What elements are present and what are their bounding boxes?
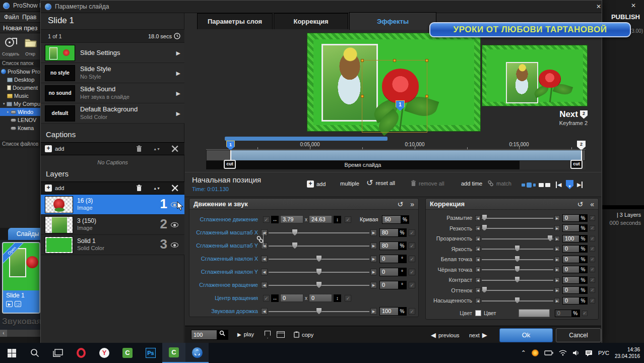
smooth-motion-x-input[interactable]: 3.79 <box>280 215 303 223</box>
scroll-left-icon[interactable]: ‹ <box>0 330 7 337</box>
slide-style-row[interactable]: no style Slide Style No Style ▶ <box>41 63 184 83</box>
smooth-zoom-y-increment-icon[interactable]: ▶ <box>370 243 377 249</box>
sort-icon[interactable]: ▲▼ <box>153 148 160 150</box>
smooth-zoom-x-number[interactable]: 80 <box>380 229 398 236</box>
trash-icon[interactable] <box>136 145 142 152</box>
soundtrack-increment-icon[interactable]: ▶ <box>370 308 377 315</box>
slide-thumbnail[interactable]: Open Slide 1 ▶❏ <box>2 242 40 314</box>
preview-canvas[interactable]: 1 <box>307 33 481 132</box>
slide-time-bar[interactable]: Время слайда <box>206 161 586 169</box>
rotation-center-y-lock-checkbox[interactable]: ✓ <box>345 295 351 301</box>
hue-value[interactable]: 0% <box>562 286 588 294</box>
smooth-tilt-x-decrement-icon[interactable]: ◀ <box>261 256 268 262</box>
language-indicator[interactable]: РУС <box>598 350 609 356</box>
zoom-value[interactable]: 100 <box>191 330 217 339</box>
brightness-decrement-icon[interactable]: ◀ <box>475 246 481 252</box>
magnifier-icon[interactable] <box>219 330 225 336</box>
black-point-number[interactable]: 0 <box>563 266 579 273</box>
black-point-increment-icon[interactable]: ▶ <box>554 267 560 272</box>
add-caption-icon[interactable]: + <box>45 145 52 152</box>
brightness-number[interactable]: 0 <box>563 246 579 252</box>
photoshop-button[interactable]: Ps <box>139 343 162 363</box>
resize-handle[interactable] <box>425 95 428 98</box>
yandex-button[interactable]: Y <box>93 343 116 363</box>
add-layer-label[interactable]: add <box>55 185 64 191</box>
sharpen-decrement-icon[interactable]: ◀ <box>475 225 481 231</box>
smooth-rotation-value[interactable]: 0° <box>379 281 407 289</box>
smooth-motion-curve-number[interactable]: 50 <box>382 216 401 223</box>
tab-effects[interactable]: Эффекты <box>349 12 436 30</box>
cut-right-button[interactable]: cut <box>570 160 583 169</box>
white-point-number[interactable]: 0 <box>563 256 579 263</box>
open-folder-icon[interactable] <box>24 36 37 48</box>
soundtrack-number[interactable]: 100 <box>380 308 398 315</box>
tree-item-desktop[interactable]: Desktop <box>0 76 40 84</box>
black-point-checkbox[interactable]: ✓ <box>590 267 595 272</box>
menu-edit[interactable]: Прав <box>22 14 36 21</box>
smooth-motion-x-lock-checkbox[interactable]: ✓ <box>263 216 270 223</box>
hue-slider-thumb[interactable] <box>482 286 487 293</box>
slide-play-icon[interactable]: ▶ <box>6 301 13 307</box>
smooth-zoom-x-increment-icon[interactable]: ▶ <box>370 229 377 236</box>
blur-value[interactable]: 0% <box>562 214 588 222</box>
white-point-checkbox[interactable]: ✓ <box>590 257 595 262</box>
brightness-checkbox[interactable]: ✓ <box>590 246 595 252</box>
contrast-decrement-icon[interactable]: ◀ <box>475 277 481 283</box>
blur-number[interactable]: 0 <box>563 215 579 221</box>
color-value[interactable]: 0% <box>555 310 580 317</box>
blur-slider[interactable] <box>482 214 553 222</box>
cancel-button[interactable]: Cancel <box>556 328 601 342</box>
smooth-tilt-x-slider-thumb[interactable] <box>316 255 322 262</box>
color-value-checkbox[interactable]: ✓ <box>582 311 588 316</box>
smooth-zoom-y-number[interactable]: 80 <box>380 242 398 250</box>
previous-button[interactable]: ◀previous <box>431 331 460 339</box>
contrast-value[interactable]: 0% <box>562 276 588 284</box>
resize-handle[interactable] <box>393 59 396 62</box>
layer-row-3[interactable]: Solid 1 Solid Color 3 <box>41 235 184 255</box>
zoom-link-icon[interactable] <box>256 235 264 244</box>
soundtrack-slider[interactable] <box>269 308 369 315</box>
tab-layer-settings[interactable]: Параметры слоя <box>197 13 273 29</box>
contrast-number[interactable]: 0 <box>563 277 579 283</box>
copy-button[interactable]: copy <box>294 331 313 338</box>
play-button[interactable]: ▶play <box>237 331 254 337</box>
opacity-slider[interactable] <box>482 235 553 243</box>
tree-item-documents[interactable]: Document <box>0 84 40 92</box>
dialog-close-icon[interactable]: ✕ <box>596 3 601 10</box>
next-keyframe-icon[interactable]: ▶ <box>577 182 583 188</box>
tree-item-my-computer[interactable]: ▾My Compu <box>0 100 40 108</box>
taskbar-search-button[interactable] <box>23 343 46 363</box>
battery-icon[interactable] <box>544 350 553 356</box>
soundtrack-checkbox[interactable]: ✓ <box>409 308 415 315</box>
start-button[interactable] <box>0 343 23 363</box>
blur-checkbox[interactable]: ✓ <box>590 215 595 221</box>
contrast-slider-thumb[interactable] <box>514 276 520 283</box>
hue-number[interactable]: 0 <box>563 287 579 293</box>
keyframe-view-blue-icon[interactable] <box>522 182 536 188</box>
slide-duration[interactable]: 18.0 secs <box>148 33 180 39</box>
hue-checkbox[interactable]: ✓ <box>590 287 595 293</box>
smooth-zoom-x-slider-thumb[interactable] <box>292 229 298 236</box>
add-layer-icon[interactable]: + <box>45 185 52 192</box>
layer-row-1[interactable]: 16 (3) Image 1 <box>41 195 184 215</box>
layer-2-visibility-icon[interactable] <box>171 222 178 227</box>
task-view-button[interactable] <box>46 343 70 363</box>
brightness-increment-icon[interactable]: ▶ <box>554 246 560 252</box>
smooth-tilt-y-slider-thumb[interactable] <box>316 268 322 275</box>
black-point-value[interactable]: 0% <box>562 266 588 273</box>
speaker-icon[interactable] <box>572 350 579 356</box>
preview-zoom-control[interactable]: 100 <box>191 330 228 340</box>
tray-expand-icon[interactable]: ⌃ <box>521 349 526 356</box>
current-keyframe-icon[interactable]: ▼ <box>566 180 573 189</box>
reset-panel-icon[interactable]: ↺ <box>577 200 583 208</box>
rotation-center-x-lock-checkbox[interactable]: ✓ <box>263 295 270 301</box>
tree-item-lenovo-drive[interactable]: LENOV <box>0 116 40 124</box>
resize-handle[interactable] <box>361 95 364 98</box>
smooth-rotation-decrement-icon[interactable]: ◀ <box>261 282 268 288</box>
white-point-slider[interactable] <box>482 256 553 263</box>
smooth-rotation-slider[interactable] <box>269 281 369 289</box>
horizontal-scrollbar[interactable]: ‹ <box>0 330 40 337</box>
remove-all-button[interactable]: remove all <box>411 180 444 187</box>
sharpen-slider-thumb[interactable] <box>482 224 487 231</box>
dialog-titlebar[interactable]: Параметры слайда ✕ <box>41 1 602 13</box>
